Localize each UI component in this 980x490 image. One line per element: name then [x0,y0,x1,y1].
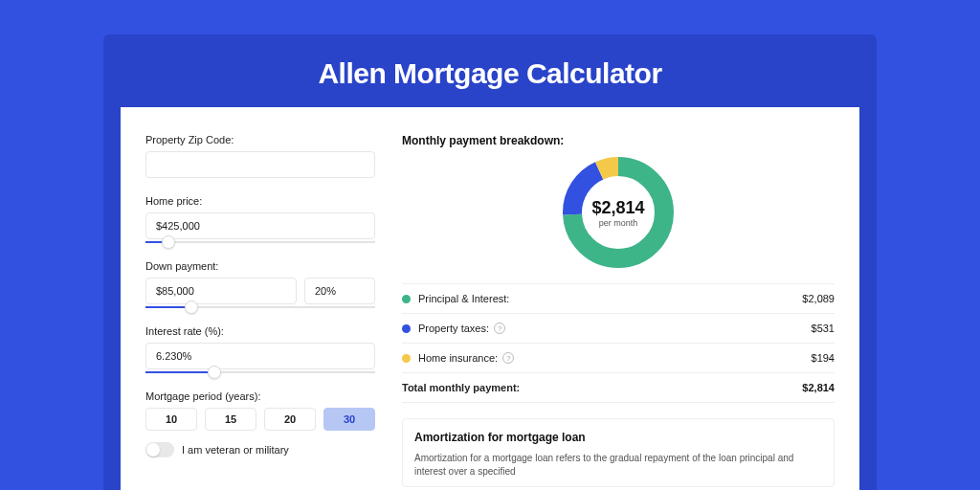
breakdown-column: Monthly payment breakdown: $2,814 per mo… [402,134,835,490]
zip-label: Property Zip Code: [145,134,375,145]
down-payment-slider[interactable] [145,306,375,308]
donut-amount: $2,814 [591,198,644,218]
zip-input[interactable] [145,151,375,178]
info-icon[interactable]: ? [494,323,505,334]
amortization-text: Amortization for a mortgage loan refers … [414,452,822,479]
legend: Principal & Interest: $2,089 Property ta… [402,283,835,403]
period-option-15[interactable]: 15 [205,408,256,431]
breakdown-title: Monthly payment breakdown: [402,134,835,147]
legend-row-taxes: Property taxes: ? $531 [402,314,835,344]
zip-field: Property Zip Code: [145,134,375,178]
down-payment-pct-input[interactable] [304,278,375,304]
amortization-title: Amortization for mortgage loan [414,431,822,444]
veteran-toggle[interactable] [145,442,174,457]
info-icon[interactable]: ? [502,352,514,364]
home-price-input[interactable] [145,212,375,239]
veteran-label: I am veteran or military [182,444,289,456]
down-payment-field: Down payment: [145,260,375,308]
dot-icon [402,324,411,333]
page-title: Allen Mortgage Calculator [103,34,877,107]
interest-field: Interest rate (%): [145,325,375,373]
legend-label: Property taxes: [418,323,489,334]
legend-label: Principal & Interest: [418,293,509,304]
veteran-row: I am veteran or military [145,442,375,457]
donut-sub: per month [599,218,638,228]
dot-icon [402,354,411,363]
legend-label: Home insurance: [418,352,498,364]
interest-slider[interactable] [145,371,375,373]
period-option-10[interactable]: 10 [145,408,197,431]
legend-value: $531 [812,323,835,334]
period-segmented: 10 15 20 30 [145,408,375,431]
period-field: Mortgage period (years): 10 15 20 30 [145,390,375,431]
amortization-card: Amortization for mortgage loan Amortizat… [402,418,835,487]
total-value: $2,814 [802,382,835,393]
donut-chart: $2,814 per month [561,155,676,270]
home-price-label: Home price: [145,195,375,207]
legend-row-insurance: Home insurance: ? $194 [402,344,835,373]
input-column: Property Zip Code: Home price: Down paym… [145,134,375,490]
down-payment-input[interactable] [145,278,297,304]
down-payment-label: Down payment: [145,260,375,272]
calculator-card: Allen Mortgage Calculator Property Zip C… [103,34,877,490]
dot-icon [402,295,411,303]
interest-label: Interest rate (%): [145,325,375,337]
interest-input[interactable] [145,343,375,369]
legend-row-principal: Principal & Interest: $2,089 [402,284,835,314]
period-option-20[interactable]: 20 [264,408,316,431]
legend-value: $194 [812,352,835,364]
home-price-field: Home price: [145,195,375,243]
period-label: Mortgage period (years): [145,390,375,402]
legend-row-total: Total monthly payment: $2,814 [402,373,835,403]
period-option-30[interactable]: 30 [323,408,375,431]
main-panel: Property Zip Code: Home price: Down paym… [121,107,859,490]
legend-value: $2,089 [802,293,835,304]
donut-wrap: $2,814 per month [402,155,835,270]
home-price-slider[interactable] [145,241,375,243]
total-label: Total monthly payment: [402,382,520,393]
